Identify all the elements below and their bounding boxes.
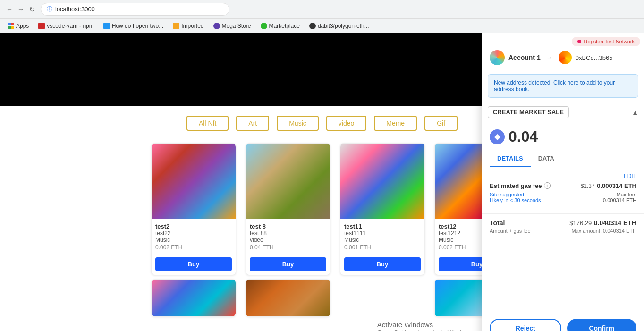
max-amount: Max amount: 0.040314 ETH [571, 228, 636, 234]
back-button[interactable]: ← [5, 5, 14, 14]
tab-data[interactable]: DATA [531, 151, 562, 167]
gas-sub-left: Site suggested Likely in < 30 seconds [490, 192, 541, 203]
metamask-popup: Ropsten Test Network Account 1 → 0xBCd..… [482, 33, 644, 331]
eth-amount-row: ◆ 0.04 [482, 122, 644, 151]
nft-card-partial-0 [151, 279, 236, 317]
nft-category-0: Music [155, 237, 232, 243]
eth-symbol-icon: ◆ [490, 129, 505, 144]
total-row: Total $176.29 0.040314 ETH Amount + gas … [482, 219, 644, 239]
nft-image-2 [340, 144, 425, 219]
forward-button[interactable]: → [16, 5, 25, 14]
total-label: Total [490, 219, 505, 227]
bookmark-imported[interactable]: Imported [169, 22, 207, 30]
bookmark-megastore-label: Mega Store [222, 23, 251, 29]
nft-image-0 [152, 144, 236, 219]
nft-image-1 [246, 144, 330, 219]
eth-amount-value: 0.04 [508, 128, 538, 145]
nft-grid-bottom [0, 275, 482, 317]
gas-eth-value: 0.000314 ETH [597, 182, 636, 189]
bookmark-dabit3[interactable]: dabit3/polygon-eth... [305, 22, 373, 30]
bookmark-vscode[interactable]: vscode-yarn - npm [34, 22, 97, 30]
address-text: 0xBCd...3b65 [576, 54, 613, 61]
lock-icon: ⓘ [47, 5, 52, 13]
buy-button-1[interactable]: Buy [250, 257, 326, 271]
total-eth: 0.040314 ETH [594, 219, 636, 227]
activate-windows-notice: Activate Windows Go to Settings to activ… [377, 321, 474, 331]
bookmark-apps[interactable]: Apps [4, 22, 33, 30]
nft-subname-1: test 88 [250, 230, 326, 237]
filter-art[interactable]: Art [236, 116, 269, 131]
total-usd: $176.29 [569, 220, 592, 227]
edit-link[interactable]: EDIT [490, 173, 636, 179]
eth-amount: 0.04 [508, 128, 538, 145]
address-bar[interactable]: ⓘ localhost:3000 [41, 3, 229, 16]
gas-eth: 0.000314 ETH [597, 182, 636, 189]
alert-banner[interactable]: New address detected! Click here to add … [488, 74, 638, 98]
bookmark-marketplace[interactable]: Marketplace [257, 22, 304, 30]
gas-amounts: $1.37 0.000314 ETH [581, 181, 636, 190]
filter-video[interactable]: video [326, 116, 366, 131]
gas-sub-right: Max fee: 0.000314 ETH [603, 192, 636, 203]
nft-card-2: test11 test1111 Music 0.001 ETH Buy [340, 143, 425, 275]
nft-info-2: test11 test1111 Music 0.001 ETH [340, 219, 424, 255]
filter-all-nft[interactable]: All Nft [186, 116, 229, 131]
nft-subname-2: test1111 [344, 230, 421, 237]
network-badge[interactable]: Ropsten Test Network [572, 37, 640, 46]
total-amounts: $176.29 0.040314 ETH [569, 219, 636, 227]
bookmark-how-to[interactable]: How do I open two... [100, 22, 167, 30]
site-suggested: Site suggested [490, 192, 541, 197]
activate-windows-subtitle: Go to Settings to activate Windows. [377, 329, 474, 331]
reject-button[interactable]: Reject [490, 319, 561, 331]
tx-title: CREATE MARKET SALE [488, 106, 569, 118]
gas-section: EDIT Estimated gas fee i $1.37 0.000314 … [482, 167, 644, 209]
gas-fee-label: Estimated gas fee i [490, 182, 551, 189]
likely-text: Likely in < 30 seconds [490, 197, 541, 203]
bookmark-marketplace-label: Marketplace [269, 23, 300, 29]
nft-name-1: test 8 [250, 223, 326, 230]
gas-fee-row: Estimated gas fee i $1.37 0.000314 ETH [490, 181, 636, 190]
divider [482, 213, 644, 214]
bookmark-mega-store[interactable]: Mega Store [210, 22, 255, 30]
buy-button-0[interactable]: Buy [155, 257, 232, 271]
chevron-up-icon[interactable]: ▲ [632, 109, 638, 116]
nft-info-1: test 8 test 88 video 0.04 ETH [246, 219, 330, 255]
max-amount-val: 0.040314 ETH [603, 228, 636, 234]
nft-price-2: 0.001 ETH [344, 244, 421, 251]
page-content: All Nft Art Music video Meme Gif test2 t… [0, 33, 644, 331]
amount-gas-label: Amount + gas fee [490, 228, 531, 234]
gas-info-icon[interactable]: i [544, 182, 551, 189]
activate-windows-title: Activate Windows [377, 321, 474, 329]
nft-name-2: test11 [344, 223, 421, 230]
nft-card-partial-empty [340, 279, 425, 317]
nft-card-0: test2 test22 Music 0.002 ETH Buy [151, 143, 236, 275]
gas-sub-row: Site suggested Likely in < 30 seconds Ma… [490, 192, 636, 203]
max-fee-val: 0.000314 ETH [603, 197, 636, 203]
reload-button[interactable]: ↻ [27, 5, 37, 14]
nft-price-0: 0.002 ETH [155, 244, 232, 251]
nft-grid: test2 test22 Music 0.002 ETH Buy test 8 … [0, 136, 482, 275]
buy-button-2[interactable]: Buy [344, 257, 421, 271]
action-buttons: Reject Confirm [482, 313, 644, 331]
filter-music[interactable]: Music [277, 116, 319, 131]
nft-info-0: test2 test22 Music 0.002 ETH [152, 219, 236, 255]
nft-subname-0: test22 [155, 230, 232, 237]
max-fee-label: Max fee: [603, 192, 636, 197]
filter-gif[interactable]: Gif [424, 116, 458, 131]
nft-card-1: test 8 test 88 video 0.04 ETH Buy [246, 143, 330, 275]
arrow-icon: → [546, 54, 553, 61]
bookmark-howto-label: How do I open two... [112, 23, 163, 29]
tab-details[interactable]: DETAILS [490, 151, 531, 167]
alert-text: New address detected! Click here to add … [494, 79, 615, 93]
total-eth-value: 0.040314 ETH [594, 219, 636, 227]
network-dot [577, 40, 581, 43]
gas-usd: $1.37 [581, 183, 595, 189]
account-name: Account 1 [508, 54, 541, 61]
confirm-button[interactable]: Confirm [567, 319, 637, 331]
filter-meme[interactable]: Meme [374, 116, 417, 131]
tx-header: CREATE MARKET SALE ▲ [482, 102, 644, 122]
tx-tabs: DETAILS DATA [482, 151, 644, 167]
nav-buttons: ← → ↻ [5, 5, 37, 14]
bookmark-dabit3-label: dabit3/polygon-eth... [318, 23, 369, 29]
total-label-row: Total $176.29 0.040314 ETH [490, 219, 636, 227]
nft-category-1: video [250, 237, 326, 243]
